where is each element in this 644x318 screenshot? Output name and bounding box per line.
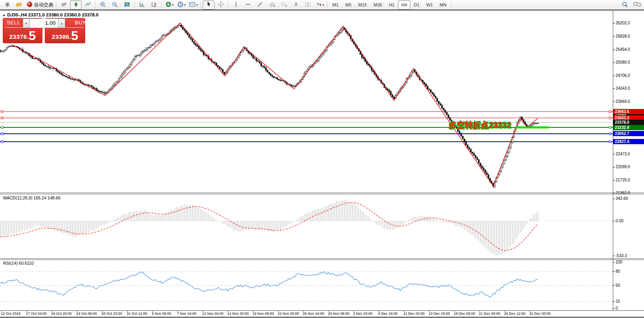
candle-body [162, 36, 163, 38]
candle-body [134, 57, 136, 60]
candle-body [262, 66, 264, 67]
candle-body [259, 62, 260, 63]
candle-body [78, 80, 80, 81]
one-click-trading-panel: SELL 23376.5 BUY 23386.5 ▼ 1.00 ▲ [3, 18, 85, 43]
candle-body [144, 50, 145, 51]
candle-body [205, 55, 206, 55]
green-highlight-segment[interactable] [515, 127, 549, 129]
candle-body [469, 148, 470, 149]
candle-body [147, 48, 148, 49]
candle-body [470, 149, 472, 152]
candle-body [362, 54, 363, 57]
candle-body [477, 157, 478, 159]
candle-body [128, 67, 129, 69]
candle-body [438, 101, 440, 104]
candle-body [280, 80, 281, 81]
candle-body [0, 50, 1, 52]
candle-body [157, 41, 158, 41]
chart-annotation[interactable]: 多空转折点23232 [449, 120, 511, 131]
line-handle[interactable] [609, 133, 611, 135]
candle-body [50, 67, 51, 68]
candle-body [293, 86, 294, 87]
candle-body [446, 113, 448, 115]
candle-body [363, 57, 364, 58]
buy-price-int: 23386 [52, 33, 69, 40]
lot-increase-button[interactable]: ▲ [58, 18, 65, 28]
candle-body [190, 37, 192, 39]
candle-body [154, 43, 155, 45]
candle-body [200, 48, 201, 50]
candle-body [278, 79, 280, 80]
candle-body [126, 69, 128, 70]
line-handle[interactable] [1, 127, 3, 129]
line-handle[interactable] [609, 117, 611, 119]
candle-body [123, 72, 124, 74]
candle-body [152, 45, 153, 45]
candle-body [90, 86, 91, 86]
chart-canvas[interactable] [0, 0, 644, 318]
candle-body [179, 25, 180, 26]
candle-body [222, 70, 224, 72]
candle-body [501, 167, 502, 171]
candle-body [125, 70, 126, 72]
lot-decrease-button[interactable]: ▼ [23, 18, 30, 28]
candle-body [46, 66, 48, 66]
candle-body [51, 68, 52, 68]
candle-body [410, 76, 411, 77]
candle-body [74, 79, 75, 80]
candle-body [509, 147, 510, 152]
line-handle[interactable] [1, 111, 3, 113]
candle-wicks [0, 23, 538, 188]
candle-body [70, 78, 72, 79]
line-handle[interactable] [609, 141, 611, 143]
candle-body [486, 173, 488, 175]
candle-body [325, 50, 326, 52]
candle-body [117, 81, 118, 83]
candle-body [341, 30, 342, 32]
candle-body [6, 48, 8, 49]
candle-body [264, 66, 265, 68]
line-handle[interactable] [1, 133, 3, 135]
macd-histogram [0, 199, 538, 256]
sell-label: SELL [7, 20, 20, 26]
candle-body [475, 155, 476, 157]
candle-body [464, 139, 465, 141]
candle-body [93, 87, 94, 89]
sell-price-big: 5 [29, 28, 36, 43]
line-handle[interactable] [609, 127, 611, 129]
candle-body [448, 115, 449, 118]
candle-body [35, 58, 36, 59]
candle-body [142, 51, 144, 52]
candle-body [130, 64, 131, 67]
candle-body [45, 65, 46, 66]
chart-title: ▲DJ30-,H4 23371.0 23380.0 23360.0 23378.… [2, 12, 98, 17]
candle-body [182, 27, 184, 29]
lot-size-input[interactable]: 1.00 [30, 18, 58, 28]
candle-body [149, 47, 150, 48]
candle-body [136, 56, 137, 57]
candle-body [466, 141, 467, 145]
candle-body [88, 85, 89, 85]
candle-body [272, 76, 273, 77]
candle-body [258, 61, 259, 62]
line-handle[interactable] [609, 111, 611, 113]
candle-body [219, 66, 220, 68]
candle-body [432, 92, 433, 94]
candle-body [389, 90, 390, 92]
candle-body [195, 43, 196, 45]
candle-body [429, 89, 430, 90]
candle-body [427, 86, 428, 89]
line-handle[interactable] [1, 141, 3, 143]
candle-body [122, 74, 123, 76]
candle-body [461, 133, 462, 136]
candle-body [2, 51, 3, 52]
candle-body [275, 78, 276, 78]
candle-body [96, 88, 97, 90]
sell-price-int: 23376 [9, 33, 27, 40]
line-handle[interactable] [1, 117, 3, 119]
candle-body [387, 89, 388, 90]
candle-body [474, 153, 475, 155]
candle-body [253, 56, 254, 58]
candle-body [291, 85, 292, 86]
candle-body [10, 46, 11, 46]
